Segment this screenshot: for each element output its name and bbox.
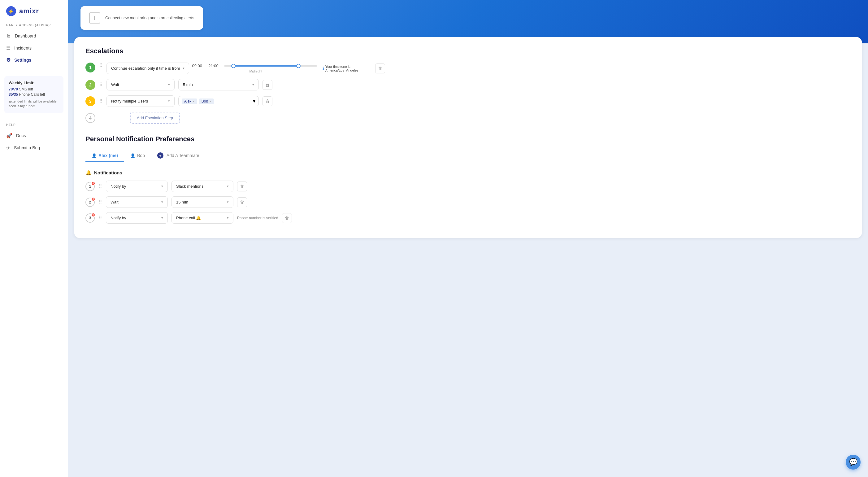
step3-type-select[interactable]: Notify multiple Users ▾ (106, 95, 175, 107)
notif3-type-select[interactable]: Notify by ▾ (106, 212, 168, 223)
tab-alex-icon: 👤 (92, 153, 97, 158)
notif3-channel-value: Phone call 🔔 (176, 216, 201, 220)
escalations-title: Escalations (86, 47, 851, 55)
range-fill (234, 65, 299, 67)
remove-alex[interactable]: × (192, 99, 194, 103)
notif3-type-value: Notify by (111, 216, 126, 220)
notif3-type-chevron: ▾ (161, 216, 163, 220)
notif1-type-select[interactable]: Notify by ▾ (106, 181, 168, 192)
remove-bob[interactable]: × (209, 99, 211, 103)
add-escalation-step-button[interactable]: Add Escalation Step (130, 112, 180, 124)
sidebar-label-incidents: Incidents (14, 46, 32, 51)
bug-icon: ✈ (6, 145, 10, 151)
sidebar-label-docs: Docs (16, 133, 26, 138)
drag-handle-3[interactable]: ⠿ (99, 98, 103, 104)
tab-bob[interactable]: 👤 Bob (124, 150, 151, 162)
chat-button[interactable]: 💬 (846, 455, 861, 470)
step1-chevron: ▾ (183, 66, 185, 70)
step3-chevron: ▾ (168, 99, 170, 103)
notif2-type-chevron: ▾ (161, 200, 163, 204)
time-range-display: 09:00 — 21:00 (192, 63, 219, 68)
step-badge-3: 3 (86, 96, 95, 106)
notification-row-2: 2 0 ⠿ Wait ▾ 15 min ▾ 🗑 (86, 197, 851, 208)
app-name: amixr (19, 7, 39, 15)
sidebar-item-dashboard[interactable]: 🖥 Dashboard (0, 30, 68, 42)
sidebar-item-bug[interactable]: ✈ Submit a Bug (0, 142, 68, 154)
logo-area: ⚡ amixr (0, 6, 68, 24)
notification-row-3: 3 0 ⠿ Notify by ▾ Phone call 🔔 ▾ Phone n… (86, 212, 851, 223)
midnight-label: Midnight (192, 69, 319, 73)
step3-users-chevron: ▾ (253, 98, 255, 104)
notif2-type-value: Wait (111, 200, 119, 204)
step2-duration-select[interactable]: 5 min ▾ (178, 79, 259, 90)
notif-drag-3[interactable]: ⠿ (98, 215, 102, 221)
tab-add-label: Add A Teammate (166, 153, 199, 158)
step2-type-value: Wait (111, 82, 119, 87)
step2-chevron: ▾ (168, 83, 170, 87)
notif-drag-1[interactable]: ⠿ (98, 183, 102, 189)
sidebar-label-dashboard: Dashboard (15, 33, 36, 38)
sidebar-label-bug: Submit a Bug (14, 145, 40, 150)
sidebar-item-incidents[interactable]: ☰ Incidents (0, 42, 68, 54)
calls-label: Phone Calls left (19, 92, 45, 97)
user-tag-alex: Alex × (182, 98, 197, 104)
step1-top: Continue escalation only if time is from… (106, 63, 385, 74)
escalation-step-3: 3 ⠿ Notify multiple Users ▾ Alex × Bob ×… (86, 95, 851, 107)
info-box: ℹ Your timezone is America/Los_Angeles (322, 65, 372, 72)
calls-limit-row: 35/35 Phone Calls left (9, 92, 59, 97)
personal-notifications-section: Personal Notification Preferences 👤 Alex… (86, 135, 851, 223)
notif1-channel-select[interactable]: Slack mentions ▾ (172, 181, 234, 192)
step3-users-input[interactable]: Alex × Bob × ▾ (178, 96, 259, 106)
delete-step-2[interactable]: 🗑 (262, 80, 272, 90)
sidebar-item-settings[interactable]: ⚙ Settings (0, 54, 68, 66)
notif3-extra-text: Phone number is verified (237, 216, 278, 220)
tab-alex[interactable]: 👤 Alex (me) (86, 150, 124, 162)
step1-controls: Continue escalation only if time is from… (106, 63, 385, 74)
step2-type-select[interactable]: Wait ▾ (106, 79, 175, 90)
delete-step-1[interactable]: 🗑 (375, 63, 385, 73)
main-content: + Connect new monitoring and start colle… (68, 0, 868, 477)
bell-icon: 🔔 (86, 170, 92, 176)
delete-notif-3[interactable]: 🗑 (282, 213, 292, 223)
drag-handle-1[interactable]: ⠿ (99, 63, 103, 68)
notification-row-1: 1 0 ⠿ Notify by ▾ Slack mentions ▾ 🗑 (86, 181, 851, 192)
notif2-channel-select[interactable]: 15 min ▾ (172, 197, 234, 208)
content-panel: Escalations 1 ⠿ Continue escalation only… (74, 37, 862, 238)
range-slider[interactable] (224, 65, 317, 67)
info-text: Your timezone is America/Los_Angeles (326, 65, 372, 72)
delete-step-3[interactable]: 🗑 (262, 96, 272, 106)
step1-type-select[interactable]: Continue escalation only if time is from… (106, 63, 189, 74)
step-badge-2: 2 (86, 80, 95, 90)
tab-alex-label: Alex (me) (98, 153, 118, 158)
range-thumb-left[interactable] (231, 64, 236, 68)
notif3-channel-select[interactable]: Phone call 🔔 ▾ (172, 212, 234, 223)
limit-note: Extended limits will be available soon. … (9, 99, 59, 109)
add-teammate-icon: + (157, 152, 163, 158)
settings-icon: ⚙ (6, 57, 10, 63)
step-badge-1: 1 (86, 63, 95, 72)
tab-add-teammate[interactable]: + Add A Teammate (151, 149, 206, 162)
dashboard-icon: 🖥 (6, 33, 11, 39)
docs-icon: 🚀 (6, 133, 12, 139)
sms-count: 70/70 (9, 87, 18, 91)
sms-limit-row: 70/70 SMS left (9, 87, 59, 91)
sidebar-section-label: Early Access (Alpha): (0, 24, 68, 30)
drag-handle-2[interactable]: ⠿ (99, 82, 103, 88)
connect-card[interactable]: + Connect new monitoring and start colle… (81, 6, 203, 30)
info-icon: ℹ (322, 66, 324, 70)
tab-bob-icon: 👤 (130, 153, 135, 158)
tab-bob-label: Bob (137, 153, 145, 158)
notif2-type-select[interactable]: Wait ▾ (106, 197, 168, 208)
sidebar-item-docs[interactable]: 🚀 Docs (0, 130, 68, 142)
delete-notif-1[interactable]: 🗑 (237, 181, 247, 191)
notif2-channel-value: 15 min (176, 200, 188, 204)
escalation-add-row: 4 Add Escalation Step (86, 112, 851, 124)
notif-drag-2[interactable]: ⠿ (98, 199, 102, 205)
calls-count: 35/35 (9, 92, 18, 97)
plus-icon: + (89, 12, 100, 24)
range-thumb-right[interactable] (296, 64, 301, 68)
top-banner: + Connect new monitoring and start colle… (68, 0, 868, 43)
sms-label: SMS left (19, 87, 33, 91)
delete-notif-2[interactable]: 🗑 (237, 197, 247, 207)
notif1-channel-value: Slack mentions (176, 184, 204, 189)
